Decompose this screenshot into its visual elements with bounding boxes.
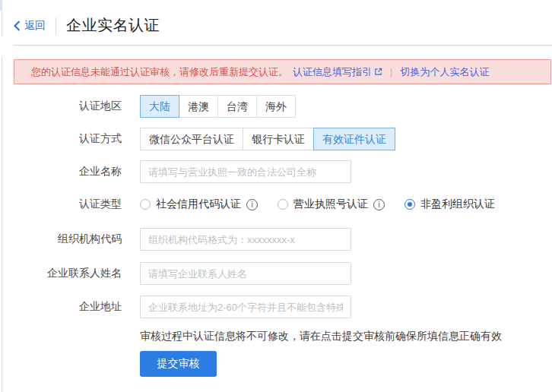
page-title: 企业实名认证 (66, 15, 160, 36)
switch-to-personal-link-label: 切换为个人实名认证 (400, 65, 489, 79)
org-code-label: 组织机构代码 (0, 232, 122, 246)
company-name-input[interactable] (140, 160, 351, 183)
method-option-bankcard[interactable]: 银行卡认证 (243, 128, 314, 150)
header-underline (14, 45, 552, 46)
address-row: 企业地址 (0, 296, 495, 318)
region-option-overseas[interactable]: 海外 (256, 95, 296, 118)
radio-label: 营业执照号认证 (293, 198, 368, 211)
address-label: 企业地址 (0, 300, 122, 314)
submit-review-button[interactable]: 提交审核 (140, 351, 217, 377)
auth-type-label: 认证类型 (0, 198, 122, 211)
address-input[interactable] (140, 296, 351, 318)
submit-note: 审核过程中认证信息将不可修改，请在点击提交审核前确保所填信息正确有效 (140, 330, 502, 343)
radio-icon (278, 199, 288, 210)
auth-type-radio-group: 社会信用代码认证 i 营业执照号认证 i 非盈利组织认证 (140, 198, 495, 211)
region-segmented-control: 大陆 港澳 台湾 海外 (140, 95, 296, 118)
back-button[interactable]: 返回 (14, 19, 46, 33)
alert-banner: 您的认证信息未能通过认证审核，请修改后重新提交认证。 认证信息填写指引 | 切换… (14, 59, 551, 84)
left-edge-line (2, 0, 2, 36)
method-segmented-control: 微信公众平台认证 银行卡认证 有效证件认证 (140, 128, 395, 150)
alert-message: 您的认证信息未能通过认证审核，请修改后重新提交认证。 (31, 65, 288, 79)
region-option-taiwan[interactable]: 台湾 (217, 95, 257, 118)
contact-name-input[interactable] (140, 262, 351, 285)
company-name-label: 企业名称 (0, 165, 122, 179)
region-label: 认证地区 (0, 100, 122, 113)
method-option-certificate[interactable]: 有效证件认证 (313, 128, 395, 150)
region-option-mainland[interactable]: 大陆 (140, 95, 179, 118)
page-header: 返回 企业实名认证 (14, 15, 160, 36)
region-row: 认证地区 大陆 港澳 台湾 海外 (0, 95, 495, 118)
alert-links-separator: | (390, 66, 392, 77)
chevron-left-icon (14, 21, 21, 31)
method-row: 认证方式 微信公众平台认证 银行卡认证 有效证件认证 (0, 128, 495, 150)
method-label: 认证方式 (0, 132, 122, 146)
contact-name-label: 企业联系人姓名 (0, 267, 122, 280)
info-icon[interactable]: i (373, 199, 385, 210)
org-code-input[interactable] (140, 228, 351, 251)
info-icon[interactable]: i (246, 199, 258, 210)
radio-label: 社会信用代码认证 (156, 198, 241, 211)
radio-icon (140, 199, 151, 210)
external-link-icon (374, 68, 382, 76)
switch-to-personal-link[interactable]: 切换为个人实名认证 (400, 65, 489, 79)
fill-guide-link-label: 认证信息填写指引 (293, 65, 372, 79)
auth-type-row: 认证类型 社会信用代码认证 i 营业执照号认证 i 非盈利组织认证 (0, 197, 495, 212)
company-name-row: 企业名称 (0, 160, 495, 183)
back-label: 返回 (24, 19, 46, 33)
region-option-hkmacau[interactable]: 港澳 (179, 95, 218, 118)
header-divider (56, 17, 56, 34)
method-option-wechat[interactable]: 微信公众平台认证 (140, 128, 243, 150)
enterprise-auth-form: 认证地区 大陆 港澳 台湾 海外 认证方式 微信公众平台认证 银行卡认证 有效证… (0, 95, 495, 330)
org-code-row: 组织机构代码 (0, 228, 495, 251)
radio-label: 非盈利组织认证 (420, 198, 495, 211)
contact-name-row: 企业联系人姓名 (0, 262, 495, 285)
auth-type-option-nonprofit[interactable]: 非盈利组织认证 (404, 198, 495, 211)
radio-icon (404, 199, 415, 210)
fill-guide-link[interactable]: 认证信息填写指引 (293, 65, 382, 79)
auth-type-option-social-credit[interactable]: 社会信用代码认证 i (140, 198, 258, 211)
auth-type-option-business-license[interactable]: 营业执照号认证 i (278, 198, 385, 211)
